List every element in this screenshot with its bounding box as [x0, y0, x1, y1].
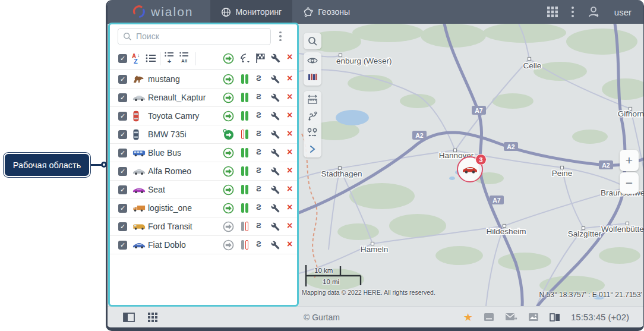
remove-unit-icon[interactable]: ×: [287, 184, 292, 194]
notes-card-icon[interactable]: [484, 313, 494, 321]
remove-unit-icon[interactable]: ×: [287, 220, 292, 231]
unit-row[interactable]: ✓ Seat S ×: [110, 181, 297, 199]
remove-unit-icon[interactable]: ×: [287, 202, 292, 213]
globe-icon: [221, 7, 231, 17]
unit-properties-icon[interactable]: [271, 185, 280, 197]
select-all-checkbox[interactable]: ✓: [118, 54, 127, 63]
unit-row[interactable]: ✓ logistic_one S ×: [110, 199, 297, 217]
unit-row[interactable]: ✓ Blue Bus S ×: [110, 144, 297, 162]
unit-row[interactable]: ✓ Fiat Doblo S ×: [110, 236, 297, 254]
user-name-label[interactable]: user: [614, 7, 632, 17]
expand-tools-chevron[interactable]: [304, 141, 321, 157]
remove-unit-icon[interactable]: ×: [287, 147, 292, 157]
unit-name[interactable]: Alfa Romeo: [148, 166, 191, 176]
remove-all-icon[interactable]: ×: [287, 52, 292, 62]
remove-unit-icon[interactable]: ×: [287, 110, 292, 121]
unit-properties-icon[interactable]: [271, 75, 280, 86]
media-icon[interactable]: [528, 313, 539, 321]
unit-properties-icon[interactable]: [271, 241, 280, 252]
tab-monitoring[interactable]: Мониторинг: [210, 0, 293, 24]
user-icon[interactable]: [587, 5, 601, 18]
unit-search-box[interactable]: [118, 28, 271, 45]
unit-row[interactable]: ✓ BMW 735i S ×: [110, 125, 297, 144]
motion-state-icon: [223, 129, 234, 143]
remove-unit-icon[interactable]: ×: [287, 73, 292, 84]
remove-unit-icon[interactable]: ×: [287, 128, 292, 139]
route-tool-button[interactable]: [304, 108, 321, 124]
unit-name[interactable]: Blue Bus: [148, 148, 181, 157]
unit-name[interactable]: Seat: [148, 185, 165, 194]
list-view-icon[interactable]: [146, 53, 156, 63]
unit-checkbox[interactable]: ✓: [118, 112, 127, 121]
city-dot: [528, 58, 531, 61]
svg-text:A7: A7: [493, 197, 501, 204]
apps-grid-icon[interactable]: [547, 6, 558, 18]
add-units-icon[interactable]: +: [165, 52, 174, 65]
connection-state-column-icon[interactable]: [239, 52, 251, 64]
routing-points-button[interactable]: [304, 124, 321, 141]
unit-properties-icon[interactable]: [271, 112, 280, 123]
tab-geofences[interactable]: Геозоны: [292, 0, 361, 24]
unit-name[interactable]: Ford Transit: [148, 222, 192, 231]
unit-name[interactable]: logistic_one: [148, 203, 192, 213]
motion-state-column-icon[interactable]: [223, 53, 234, 64]
map-layers-button[interactable]: [304, 69, 321, 86]
unit-properties-icon[interactable]: [271, 167, 280, 178]
favorites-star-icon[interactable]: ★: [463, 312, 473, 323]
connection-bar: [245, 93, 248, 102]
messages-icon[interactable]: [505, 313, 517, 321]
connection-state-icon: [241, 148, 248, 157]
unit-properties-icon[interactable]: [271, 93, 280, 105]
unit-checkbox[interactable]: ✓: [118, 167, 127, 176]
unit-checkbox[interactable]: ✓: [118, 149, 127, 157]
remove-unit-icon[interactable]: ×: [287, 92, 292, 102]
zoom-in-button[interactable]: +: [620, 150, 639, 171]
unit-checkbox[interactable]: ✓: [118, 241, 127, 250]
unit-name[interactable]: mustang: [148, 74, 180, 84]
unit-checkbox[interactable]: ✓: [118, 204, 127, 213]
motion-state-icon: [223, 74, 234, 87]
unit-row[interactable]: ✓ Alfa Romeo S ×: [110, 162, 297, 181]
remove-unit-icon[interactable]: ×: [287, 165, 292, 176]
bottom-grid-icon[interactable]: [148, 313, 157, 322]
unit-row[interactable]: ✓ Renault_Kaptur S ×: [110, 89, 297, 107]
toggle-left-panel-icon[interactable]: [123, 313, 135, 322]
unit-name[interactable]: Renault_Kaptur: [148, 93, 206, 102]
unit-checkbox[interactable]: ✓: [118, 185, 127, 194]
remove-unit-icon[interactable]: ×: [287, 239, 292, 250]
zoom-out-button[interactable]: −: [620, 172, 639, 194]
show-all-units-icon[interactable]: All: [179, 52, 189, 64]
flag-column-icon[interactable]: [255, 53, 266, 64]
unit-checkbox[interactable]: ✓: [118, 93, 127, 102]
topbar-right-controls: user: [547, 0, 643, 24]
unit-properties-icon[interactable]: [271, 222, 280, 234]
vehicle-icon: [132, 184, 146, 195]
unit-properties-icon[interactable]: [271, 204, 280, 215]
split-view-icon[interactable]: [550, 313, 560, 321]
unit-checkbox[interactable]: ✓: [118, 75, 127, 84]
wialon-logo-icon: [132, 5, 146, 18]
unit-properties-icon[interactable]: [271, 149, 280, 160]
search-input[interactable]: [136, 31, 255, 41]
wialon-logo[interactable]: wialon: [108, 0, 210, 24]
unit-checkbox[interactable]: ✓: [118, 222, 127, 231]
unit-name[interactable]: Fiat Doblo: [148, 240, 186, 250]
unit-row[interactable]: ✓ Ford Transit S ×: [110, 217, 297, 236]
unit-properties-icon[interactable]: [271, 130, 280, 141]
panel-menu-icon[interactable]: [279, 31, 282, 42]
unit-row[interactable]: ✓ Toyota Camry S ×: [110, 107, 297, 125]
topbar-menu-icon[interactable]: [572, 7, 574, 17]
ruler-tool-button[interactable]: [304, 91, 321, 108]
unit-checkbox[interactable]: ✓: [118, 130, 127, 139]
unit-name[interactable]: BMW 735i: [148, 130, 187, 139]
visibility-eye-button[interactable]: [304, 52, 321, 69]
sort-az-icon[interactable]: A↓Z: [132, 53, 143, 64]
map-area[interactable]: enburg (Weser)CelleGifhornHannoverStadth…: [299, 24, 644, 306]
unit-name[interactable]: Toyota Camry: [148, 111, 199, 121]
map-search-button[interactable]: [304, 33, 321, 49]
unit-row[interactable]: ✓ mustang S ×: [110, 70, 297, 89]
map-measure-tools: [304, 91, 321, 157]
properties-column-icon[interactable]: [271, 53, 280, 63]
connection-bar: [241, 166, 244, 176]
connection-bar: [245, 240, 248, 250]
